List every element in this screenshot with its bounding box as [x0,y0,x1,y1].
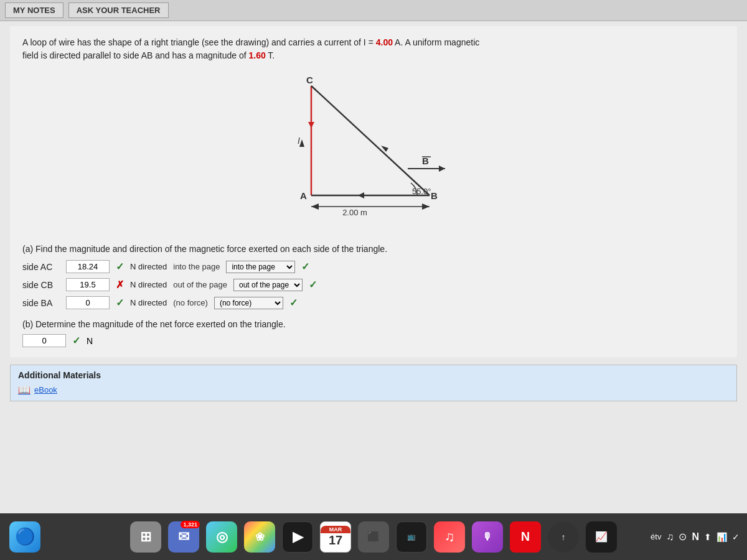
diagram-area: B 55.0° 2.00 m C A B I [22,72,725,234]
table-row: side CB ✗ N directed out of the page out… [22,278,725,291]
n-label-ac: N directed [130,262,167,271]
svg-text:I: I [298,136,300,146]
svg-marker-13 [422,203,430,210]
end-check-cb: ✓ [309,279,317,291]
finder-icon[interactable]: 🔵 [7,520,42,554]
svg-marker-19 [299,139,304,147]
side-label-cb: side CB [22,280,60,290]
ebook-icon: 📖 [18,384,31,396]
direction-select-ac[interactable]: into the page out of the page (no force) [226,261,295,273]
mail-badge: 1,321 [181,521,200,528]
part-b-input[interactable] [22,334,66,347]
side-label-ac: side AC [22,262,60,272]
answers-section: (a) Find the magnitude and direction of … [22,244,725,309]
dock-center: ⊞ ✉ 1,321 ◎ ❀ ▶ MAR 17 ⬛ 📺 ♫ [128,520,619,554]
dock-photos[interactable]: ❀ [242,520,277,554]
part-b-title: (b) Determine the magnitude of the net f… [22,319,725,329]
magnitude-value: 1.60 [248,50,265,60]
direction-ac: into the page [173,262,220,271]
end-check-ba: ✓ [289,297,298,309]
taskbar-left: 🔵 [7,520,42,554]
content-box: A loop of wire has the shape of a right … [10,26,737,357]
calendar-day: 17 [329,533,342,548]
dock-setapp[interactable]: ↑ [546,520,581,554]
side-label-ba: side BA [22,298,60,308]
table-row: side AC ✓ N directed into the page into … [22,260,725,273]
svg-text:C: C [306,75,313,85]
table-row: side BA ✓ N directed (no force) (no forc… [22,296,725,309]
dock-appletv[interactable]: 📺 [394,520,429,554]
svg-text:A: A [300,190,307,201]
problem-text: A loop of wire has the shape of a right … [22,36,725,62]
taskbar: 🔵 ⊞ ✉ 1,321 ◎ ❀ ▶ MAR 17 ⬛ 📺 [0,513,747,560]
svg-marker-5 [358,192,364,198]
svg-text:B: B [431,190,438,201]
dock-stocks[interactable]: 📈 [584,520,619,554]
ebook-link[interactable]: 📖 eBook [18,384,729,396]
music-icon: ♫ [666,531,674,543]
problem-text-1: A loop of wire has the shape of a right … [22,37,376,47]
svg-marker-12 [311,203,319,210]
my-notes-button[interactable]: MY NOTES [5,2,63,18]
value-input-ba[interactable] [66,296,110,309]
direction-select-ba[interactable]: (no force) into the page out of the page [214,297,283,309]
cross-icon-cb: ✗ [116,279,124,291]
ask-teacher-button[interactable]: ASK YOUR TEACHER [68,2,169,18]
problem-text-3: field is directed parallel to side AB an… [22,50,248,60]
stats-icon: 📊 [716,532,727,542]
dock-launchpad[interactable]: ⊞ [128,520,163,554]
dock-netflix[interactable]: N [508,520,543,554]
check-icon-ba: ✓ [116,297,124,309]
part-b-check: ✓ [72,335,80,347]
svg-marker-7 [439,166,445,172]
current-value: 4.00 [376,37,393,47]
dock-podcasts[interactable]: 🎙 [470,520,505,554]
top-bar: MY NOTES ASK YOUR TEACHER [0,0,747,21]
direction-cb: out of the page [173,280,227,289]
dock-quicktime[interactable]: ▶ [280,520,315,554]
value-input-ac[interactable] [66,260,110,273]
n-label-cb: N directed [130,280,167,289]
problem-text-2: A. A uniform magnetic [393,37,479,47]
additional-materials: Additional Materials 📖 eBook [10,365,737,401]
checkmark-icon: ✓ [732,532,740,542]
calendar-month: MAR [321,526,350,533]
taskbar-right: étv ♫ ⊙ N ⬆ 📊 ✓ [651,531,740,543]
additional-title: Additional Materials [18,370,729,380]
svg-text:2.00 m: 2.00 m [342,208,367,217]
n-label-ba: N directed [130,298,167,307]
dock-calendar[interactable]: MAR 17 [318,520,353,554]
ebook-label: eBook [34,385,57,394]
upload-icon: ⬆ [704,532,712,542]
part-b-section: (b) Determine the magnitude of the net f… [22,319,725,347]
dock-safari[interactable]: ◎ [204,520,239,554]
value-input-cb[interactable] [66,278,110,291]
svg-line-1 [311,86,430,195]
wifi-icon: ⊙ [679,531,687,543]
svg-text:55.0°: 55.0° [412,187,431,196]
problem-text-4: T. [266,50,275,60]
end-check-ac: ✓ [301,261,309,273]
direction-select-cb[interactable]: out of the page into the page (no force) [233,279,303,291]
dock-music[interactable]: ♫ [432,520,467,554]
appletv-label: étv [651,532,661,541]
direction-ba: (no force) [173,298,208,307]
check-icon-ac: ✓ [116,261,124,273]
notification-icon: N [692,531,699,543]
part-b-unit: N [87,336,93,346]
part-a-title: (a) Find the magnitude and direction of … [22,244,725,254]
triangle-diagram: B 55.0° 2.00 m C A B I [261,72,486,234]
dock-mail[interactable]: ✉ 1,321 [166,520,201,554]
svg-marker-3 [308,122,314,128]
dock-misc1[interactable]: ⬛ [356,520,391,554]
part-b-row: ✓ N [22,334,725,347]
